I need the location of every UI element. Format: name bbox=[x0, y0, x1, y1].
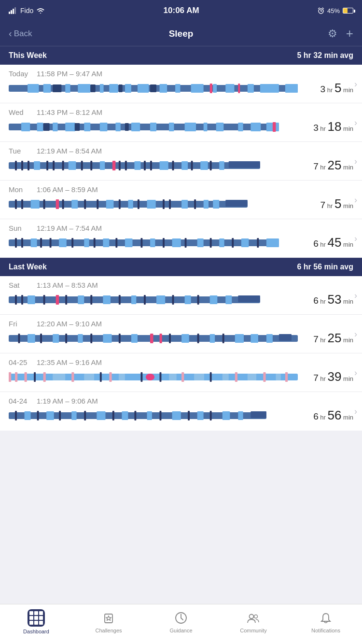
sleep-duration-0425: 7 hr 39 min bbox=[303, 369, 353, 384]
svg-rect-94 bbox=[147, 200, 155, 209]
svg-rect-131 bbox=[56, 295, 59, 305]
svg-rect-47 bbox=[238, 123, 243, 131]
last-week-header: Last Week 6 hr 56 min avg bbox=[0, 258, 362, 276]
nav-community[interactable]: Community bbox=[217, 604, 290, 644]
svg-rect-175 bbox=[53, 374, 65, 380]
svg-rect-78 bbox=[219, 161, 224, 170]
chevron-fri: › bbox=[354, 329, 357, 339]
sleep-time-wed: 11:43 PM – 8:12 AM bbox=[37, 108, 102, 116]
status-bar: Fido 10:06 AM 45% bbox=[0, 0, 362, 21]
svg-rect-207 bbox=[160, 411, 162, 420]
add-icon[interactable]: + bbox=[346, 26, 353, 41]
svg-rect-211 bbox=[210, 411, 212, 420]
svg-rect-171 bbox=[15, 372, 17, 382]
svg-rect-202 bbox=[97, 411, 105, 420]
nav-guidance-label: Guidance bbox=[169, 628, 192, 633]
sleep-day-sat: Sat bbox=[9, 281, 30, 289]
sleep-duration-tue: 7 hr 25 min bbox=[303, 158, 353, 173]
this-week-header: This Week 5 hr 32 min avg bbox=[0, 46, 362, 65]
svg-rect-180 bbox=[119, 374, 125, 380]
svg-rect-164 bbox=[223, 334, 224, 343]
svg-rect-139 bbox=[144, 295, 146, 305]
sleep-bar-0424 bbox=[9, 410, 298, 421]
nav-dashboard[interactable]: Dashboard bbox=[0, 604, 72, 644]
svg-rect-110 bbox=[84, 238, 89, 247]
svg-rect-102 bbox=[9, 239, 279, 246]
svg-rect-148 bbox=[18, 334, 20, 343]
svg-rect-167 bbox=[266, 334, 273, 343]
nav-guidance[interactable]: Guidance bbox=[145, 604, 217, 644]
svg-rect-184 bbox=[169, 374, 177, 380]
svg-rect-142 bbox=[185, 295, 191, 304]
svg-rect-24 bbox=[248, 84, 254, 93]
sleep-entry-sun[interactable]: Sun 12:19 AM – 7:54 AM bbox=[0, 219, 362, 258]
svg-rect-124 bbox=[241, 238, 249, 247]
last-week-avg: 6 hr 56 min avg bbox=[297, 263, 354, 271]
svg-rect-200 bbox=[71, 411, 76, 420]
svg-rect-32 bbox=[150, 84, 156, 92]
svg-rect-199 bbox=[59, 411, 61, 420]
svg-rect-126 bbox=[266, 238, 279, 247]
svg-rect-146 bbox=[238, 295, 260, 302]
sleep-day-tue: Tue bbox=[9, 147, 30, 155]
svg-point-222 bbox=[254, 615, 258, 618]
sleep-duration-fri: 7 hr 25 min bbox=[303, 331, 353, 346]
svg-rect-53 bbox=[125, 123, 129, 131]
svg-rect-13 bbox=[65, 84, 70, 93]
sleep-entry-sat[interactable]: Sat 1:13 AM – 8:53 AM bbox=[0, 276, 362, 315]
svg-rect-60 bbox=[53, 161, 55, 170]
sleep-entry-today[interactable]: Today 11:58 PM – 9:47 AM bbox=[0, 65, 362, 103]
sleep-entry-0425[interactable]: 04-25 12:35 AM – 9:16 AM bbox=[0, 353, 362, 392]
svg-rect-145 bbox=[225, 295, 232, 304]
svg-rect-187 bbox=[210, 372, 212, 382]
svg-rect-165 bbox=[235, 334, 244, 343]
svg-marker-216 bbox=[106, 616, 111, 620]
svg-rect-208 bbox=[172, 411, 181, 420]
svg-rect-132 bbox=[43, 295, 45, 305]
svg-rect-166 bbox=[251, 334, 258, 343]
svg-rect-122 bbox=[219, 238, 224, 247]
svg-rect-88 bbox=[84, 199, 86, 209]
sleep-entry-wed[interactable]: Wed 11:43 PM – 8:12 AM bbox=[0, 103, 362, 142]
svg-rect-177 bbox=[84, 374, 94, 380]
sleep-entry-0424[interactable]: 04-24 1:19 AM – 9:06 AM bbox=[0, 392, 362, 431]
carrier-name: Fido bbox=[20, 7, 33, 14]
status-right: 45% bbox=[318, 7, 353, 14]
svg-rect-79 bbox=[229, 161, 260, 168]
svg-rect-34 bbox=[21, 123, 30, 131]
nav-notifications[interactable]: Notifications bbox=[290, 604, 362, 644]
nav-challenges[interactable]: Challenges bbox=[72, 604, 145, 644]
settings-icon[interactable]: ⚙ bbox=[328, 28, 337, 40]
svg-rect-154 bbox=[90, 334, 92, 343]
svg-rect-71 bbox=[150, 161, 152, 170]
svg-rect-75 bbox=[191, 161, 193, 170]
svg-rect-213 bbox=[238, 411, 243, 420]
back-button[interactable]: ‹ Back bbox=[9, 28, 47, 39]
svg-rect-109 bbox=[71, 238, 73, 248]
notifications-icon bbox=[318, 610, 334, 626]
svg-rect-43 bbox=[169, 123, 174, 131]
svg-rect-70 bbox=[144, 161, 146, 170]
nav-community-label: Community bbox=[240, 628, 267, 633]
sleep-entry-mon[interactable]: Mon 1:06 AM – 8:59 AM bbox=[0, 181, 362, 219]
svg-rect-108 bbox=[59, 238, 67, 247]
svg-rect-42 bbox=[150, 123, 156, 131]
sleep-bar-sat bbox=[9, 294, 298, 305]
svg-rect-153 bbox=[78, 334, 83, 343]
svg-rect-157 bbox=[131, 334, 138, 343]
svg-rect-26 bbox=[285, 84, 298, 93]
svg-rect-73 bbox=[172, 161, 174, 170]
svg-rect-86 bbox=[62, 199, 64, 209]
svg-rect-140 bbox=[156, 295, 165, 304]
sleep-time-0425: 12:35 AM – 9:16 AM bbox=[37, 358, 102, 366]
sleep-time-sat: 1:13 AM – 8:53 AM bbox=[37, 281, 98, 289]
svg-rect-91 bbox=[119, 199, 121, 209]
svg-rect-196 bbox=[25, 411, 31, 420]
svg-rect-16 bbox=[109, 84, 118, 93]
sleep-entry-tue[interactable]: Tue 12:19 AM – 8:54 AM bbox=[0, 142, 362, 181]
this-week-avg: 5 hr 32 min avg bbox=[297, 51, 354, 60]
sleep-entry-fri[interactable]: Fri 12:20 AM – 9:10 AM bbox=[0, 315, 362, 353]
svg-rect-136 bbox=[103, 295, 111, 304]
svg-rect-38 bbox=[84, 123, 90, 131]
sleep-day-0425: 04-25 bbox=[9, 358, 30, 366]
